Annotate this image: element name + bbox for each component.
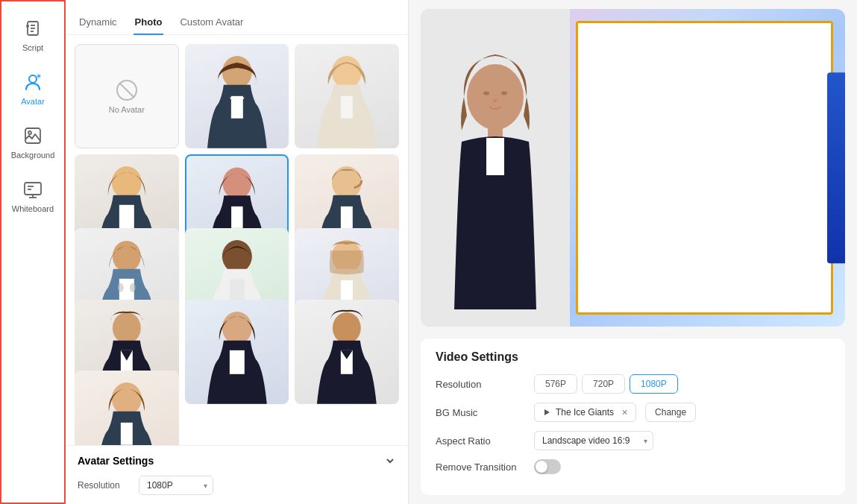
avatar-card-vip[interactable]: VIP — [75, 371, 179, 445]
avatar-card[interactable] — [295, 44, 399, 148]
svg-point-5 — [29, 75, 37, 83]
preview-background — [421, 9, 845, 327]
svg-point-21 — [112, 166, 142, 199]
svg-point-31 — [222, 240, 252, 273]
video-settings-title: Video Settings — [436, 350, 830, 364]
avatar-grid: No Avatar — [66, 35, 408, 445]
background-icon — [21, 124, 45, 148]
tab-photo[interactable]: Photo — [134, 10, 164, 35]
vs-aspect-label: Aspect Ratio — [436, 435, 525, 447]
settings-header: Avatar Settings — [78, 455, 396, 467]
svg-point-46 — [483, 92, 489, 95]
svg-rect-26 — [341, 207, 353, 229]
avatar-card[interactable] — [185, 44, 289, 148]
svg-point-35 — [113, 312, 141, 344]
vs-transition-row: Remove Transition — [436, 459, 830, 474]
svg-rect-22 — [119, 205, 134, 229]
svg-marker-49 — [544, 409, 550, 415]
resolution-label: Resolution — [78, 480, 130, 491]
svg-rect-24 — [231, 207, 243, 228]
svg-point-27 — [113, 241, 141, 272]
svg-point-39 — [333, 312, 361, 344]
play-icon — [542, 408, 551, 417]
avatar-panel: Dynamic Photo Custom Avatar No Avatar — [66, 0, 409, 504]
vs-resolution-row: Resolution 576P 720P 1080P — [436, 374, 830, 394]
svg-point-17 — [222, 56, 252, 89]
sidebar-background-label: Background — [11, 151, 55, 160]
svg-point-47 — [501, 92, 507, 95]
svg-point-25 — [332, 166, 362, 199]
resolution-select[interactable]: 576P 720P 1080P — [139, 476, 213, 495]
sidebar-script-label: Script — [22, 43, 43, 52]
avatar-card[interactable] — [295, 300, 399, 404]
music-player: The Ice Giants ✕ — [534, 403, 636, 422]
slide-content — [578, 23, 831, 312]
vs-aspect-row: Aspect Ratio Landscape video 16:9 Portra… — [436, 431, 830, 450]
sidebar: Script Avatar Background — [0, 0, 66, 504]
script-icon — [21, 16, 45, 40]
aspect-select-wrap: Landscape video 16:9 Portrait video 9:16… — [534, 431, 653, 450]
remove-transition-toggle[interactable] — [534, 459, 561, 474]
chevron-down-icon[interactable] — [384, 455, 396, 467]
sidebar-whiteboard-label: Whiteboard — [12, 204, 54, 213]
svg-point-29 — [118, 283, 124, 292]
music-track-name: The Ice Giants — [556, 407, 614, 418]
svg-rect-38 — [230, 350, 245, 374]
svg-point-41 — [112, 382, 142, 415]
right-panel: Video Settings Resolution 576P 720P 1080… — [409, 0, 857, 504]
sidebar-item-script[interactable]: Script — [1, 7, 64, 61]
resolution-buttons: 576P 720P 1080P — [534, 374, 678, 394]
sidebar-avatar-label: Avatar — [21, 97, 45, 106]
no-avatar-card[interactable]: No Avatar — [75, 44, 179, 148]
preview-avatar — [421, 9, 570, 327]
vs-bgmusic-row: BG Music The Ice Giants ✕ Change — [436, 403, 830, 422]
svg-point-43 — [467, 64, 524, 130]
avatar-icon — [21, 70, 45, 94]
res-btn-720p[interactable]: 720P — [582, 374, 625, 394]
avatar-settings-title: Avatar Settings — [78, 455, 154, 467]
music-change-button[interactable]: Change — [645, 403, 696, 422]
sidebar-item-whiteboard[interactable]: Whiteboard — [1, 168, 64, 222]
avatar-card[interactable] — [185, 300, 289, 404]
tabs-bar: Dynamic Photo Custom Avatar — [66, 0, 408, 35]
preview-area — [421, 9, 845, 327]
svg-rect-10 — [25, 183, 41, 195]
aspect-ratio-select[interactable]: Landscape video 16:9 Portrait video 9:16… — [534, 431, 653, 450]
preview-slide — [576, 21, 833, 315]
svg-rect-8 — [25, 128, 40, 143]
resolution-row: Resolution 576P 720P 1080P — [78, 476, 396, 495]
svg-rect-42 — [121, 423, 133, 445]
res-btn-576p[interactable]: 576P — [534, 374, 577, 394]
svg-point-19 — [332, 56, 362, 89]
svg-line-16 — [119, 83, 134, 98]
tab-dynamic[interactable]: Dynamic — [78, 10, 119, 35]
video-settings: Video Settings Resolution 576P 720P 1080… — [421, 338, 845, 495]
svg-rect-20 — [341, 96, 353, 119]
svg-point-7 — [38, 75, 40, 78]
whiteboard-icon — [21, 177, 45, 201]
sidebar-item-avatar[interactable]: Avatar — [1, 61, 64, 115]
svg-point-9 — [28, 131, 31, 134]
no-avatar-label: No Avatar — [109, 105, 145, 114]
svg-point-23 — [222, 167, 251, 199]
svg-point-48 — [493, 99, 497, 102]
vs-transition-label: Remove Transition — [436, 462, 525, 473]
svg-point-30 — [130, 283, 136, 292]
svg-point-4 — [26, 25, 29, 28]
resolution-select-wrap: 576P 720P 1080P — [139, 476, 213, 495]
res-btn-1080p[interactable]: 1080P — [630, 374, 678, 394]
music-close-button[interactable]: ✕ — [621, 408, 628, 418]
vs-resolution-label: Resolution — [436, 379, 525, 390]
tab-custom-avatar[interactable]: Custom Avatar — [178, 10, 245, 35]
vs-bgmusic-label: BG Music — [436, 407, 525, 418]
blue-accent-decoration — [827, 72, 845, 263]
sidebar-item-background[interactable]: Background — [1, 115, 64, 168]
svg-point-37 — [222, 312, 252, 344]
avatar-settings: Avatar Settings Resolution 576P 720P 108… — [66, 445, 408, 504]
